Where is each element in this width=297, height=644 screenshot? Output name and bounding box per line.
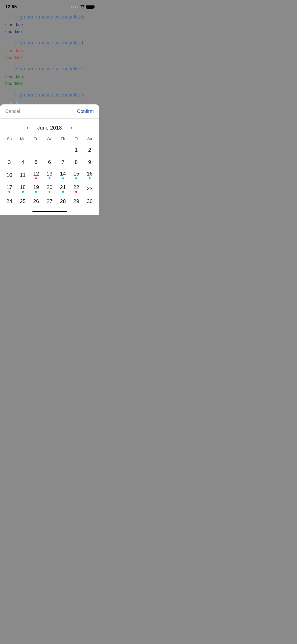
day-cell[interactable]: 14 [56,169,70,181]
day-number: 13 [46,171,52,177]
weekday-mo: Mo [16,135,30,142]
day-cell[interactable]: 5 [29,157,43,167]
day-number: 8 [75,159,78,165]
day-cell[interactable]: 10 [3,169,16,181]
day-number: 14 [60,171,66,177]
day-number: 19 [33,184,39,190]
day-cell[interactable]: 12 [29,169,43,181]
day-cell[interactable]: 8 [70,157,83,167]
event-dot [22,191,24,193]
status-icons [71,5,94,9]
event-dot [75,191,77,193]
weekday-sa: Sa [83,135,96,142]
day-cell[interactable]: 11 [16,169,30,181]
day-number: 21 [60,184,66,190]
weekday-th: Th [56,135,70,142]
calendar-list-0-title: High-performance calendar list 0 [5,14,94,20]
calendar-list-2-start: start date: [5,73,94,80]
day-cell[interactable]: 22 [70,182,83,194]
day-cell[interactable]: 21 [56,182,70,194]
day-number: 17 [6,184,12,190]
day-cell[interactable]: 17 [3,182,16,194]
calendar-list-2-end: end date: [5,80,94,87]
calendar-list-2-title: High-performance calendar list 2 [5,66,94,72]
day-cell[interactable]: 18 [16,182,30,194]
day-cell [3,145,16,155]
day-number: 1 [75,147,78,153]
day-cell[interactable]: 20 [43,182,56,194]
svg-point-0 [82,8,83,8]
calendar-list-1-end: end date: [5,54,94,61]
day-cell[interactable]: 6 [43,157,56,167]
day-cell[interactable]: 9 [83,157,96,167]
day-number: 5 [35,159,37,165]
day-cell[interactable]: 25 [16,196,30,206]
signal-icon [71,6,78,8]
day-cell[interactable]: 30 [83,196,96,206]
day-number: 12 [33,171,39,177]
day-cell[interactable]: 23 [83,182,96,194]
calendar-list-3-title: High-performance calendar list 3 [5,92,94,98]
calendar-list-0: High-performance calendar list 0 start d… [5,14,94,35]
day-number: 23 [87,185,93,192]
day-cell[interactable]: 24 [3,196,16,206]
event-dot [49,177,50,179]
event-dot [35,191,37,193]
day-number: 18 [20,184,26,190]
day-number: 16 [87,171,93,177]
day-cell[interactable]: 28 [56,196,70,206]
weekday-fr: Fr [70,135,83,142]
month-year-label: June 2018 [37,125,62,131]
event-dot [75,177,77,179]
day-cell[interactable]: 2 [83,145,96,155]
day-number: 2 [88,147,91,153]
event-dot [35,177,37,179]
day-number: 26 [33,198,39,204]
day-cell[interactable]: 29 [70,196,83,206]
day-number: 29 [73,198,79,204]
day-cell[interactable]: 27 [43,196,56,206]
date-picker-modal: Cancel Confirm ‹ June 2018 › Su Mo Tu We… [0,104,99,215]
day-number: 22 [73,184,79,190]
weekday-su: Su [3,135,16,142]
day-number: 11 [20,172,26,178]
day-number: 30 [87,198,93,204]
calendar-list-1-start: start date: [5,47,94,54]
weekday-tu: Tu [29,135,43,142]
day-cell[interactable]: 26 [29,196,43,206]
battery-icon [86,5,94,9]
modal-header: Cancel Confirm [0,104,99,119]
day-cell [56,145,70,155]
day-cell[interactable]: 19 [29,182,43,194]
day-number: 25 [20,198,26,204]
event-dot [49,191,50,193]
day-number: 15 [73,171,79,177]
day-cell[interactable]: 13 [43,169,56,181]
day-cell[interactable]: 3 [3,157,16,167]
event-dot [8,191,10,193]
next-month-button[interactable]: › [68,124,75,132]
calendar-list-2: High-performance calendar list 2 start d… [5,66,94,87]
event-dot [62,177,64,179]
cancel-button[interactable]: Cancel [5,109,20,114]
calendar-list-0-start: start date: [5,21,94,28]
day-number: 10 [6,172,12,178]
day-number: 3 [8,159,11,165]
day-number: 6 [48,159,51,165]
day-cell[interactable]: 16 [83,169,96,181]
day-number: 27 [46,198,52,204]
prev-month-button[interactable]: ‹ [24,124,31,132]
day-number: 20 [46,184,52,190]
day-cell[interactable]: 7 [56,157,70,167]
calendar-list-1-title: High-performance calendar list 1 [5,40,94,46]
day-cell [29,145,43,155]
days-grid: 1234567891011121314151617181920212223242… [3,145,96,206]
day-cell[interactable]: 15 [70,169,83,181]
day-cell [16,145,30,155]
day-cell[interactable]: 1 [70,145,83,155]
day-cell[interactable]: 4 [16,157,30,167]
confirm-button[interactable]: Confirm [77,109,94,114]
day-number: 4 [21,159,24,165]
event-dot [62,191,64,193]
day-number: 9 [88,159,91,165]
